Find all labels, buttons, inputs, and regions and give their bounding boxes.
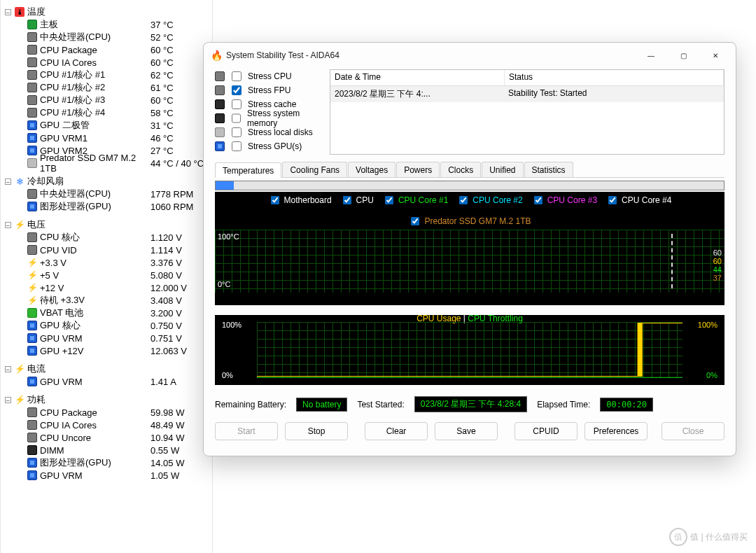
sensor-row[interactable]: VBAT 电池3.200 V: [2, 307, 212, 319]
stress-checkbox[interactable]: [232, 113, 241, 123]
stress-label: Stress local disks: [248, 127, 313, 137]
log-row[interactable]: 2023/8/2 星期三 下午 4:... Stability Test: St…: [330, 86, 724, 102]
sensor-row[interactable]: Predator SSD GM7 M.2 1TB44 °C / 40 °C: [2, 157, 212, 169]
status-row: Remaining Battery: No battery Test Start…: [215, 396, 724, 412]
stop-button[interactable]: Stop: [285, 422, 348, 440]
stress-checkbox[interactable]: [232, 127, 241, 137]
sensor-row[interactable]: GPU VRM1.05 W: [2, 469, 212, 482]
stress-options: Stress CPUStress FPUStress cacheStress s…: [215, 69, 320, 155]
temperature-chart: 100°C 0°C 60 60 44 37: [215, 230, 724, 293]
sensor-row[interactable]: +5 V5.080 V: [2, 269, 212, 281]
tab-cooling-fans[interactable]: Cooling Fans: [282, 162, 347, 177]
sensor-row[interactable]: CPU Package59.98 W: [2, 406, 212, 419]
tab-temperatures[interactable]: Temperatures: [215, 162, 281, 178]
sensor-row[interactable]: CPU Package60 °C: [2, 43, 212, 56]
close-button[interactable]: ✕: [699, 44, 732, 66]
sensor-row[interactable]: 图形处理器(GPU)1060 RPM: [2, 200, 212, 213]
progress-indicator: [215, 181, 724, 190]
stress-checkbox[interactable]: [232, 99, 241, 109]
sensor-value: 60 °C: [150, 95, 174, 106]
window-title: System Stability Test - AIDA64: [226, 50, 340, 60]
sensor-row[interactable]: +12 V12.000 V: [2, 281, 212, 294]
legend-core3[interactable]: CPU Core #3: [531, 194, 597, 206]
legend-core1[interactable]: CPU Core #1: [382, 194, 448, 206]
sensor-label: DIMM: [40, 445, 148, 456]
chip-icon: [27, 83, 37, 92]
stress-option[interactable]: Stress CPU: [215, 69, 320, 83]
sensor-row[interactable]: CPU Uncore10.94 W: [2, 431, 212, 444]
log-col-datetime[interactable]: Date & Time: [330, 70, 505, 85]
sensor-label: CPU #1/核心 #2: [40, 81, 148, 94]
legend-cpu[interactable]: CPU: [340, 194, 374, 206]
preferences-button[interactable]: Preferences: [584, 422, 648, 440]
sensor-row[interactable]: GPU VRM0.751 V: [2, 332, 212, 344]
stress-checkbox[interactable]: [232, 141, 241, 151]
sensor-row[interactable]: CPU IA Cores48.49 W: [2, 419, 212, 431]
start-button[interactable]: Start: [215, 422, 278, 440]
stress-icon: [215, 113, 225, 123]
gpu-icon: [27, 346, 37, 356]
sensor-row[interactable]: CPU #1/核心 #458 °C: [2, 106, 212, 119]
sensor-value: 27 °C: [150, 146, 174, 156]
tab-unified[interactable]: Unified: [482, 162, 523, 177]
stress-option[interactable]: Stress GPU(s): [215, 139, 320, 153]
legend-motherboard[interactable]: Motherboard: [268, 194, 332, 206]
sensor-row[interactable]: 图形处理器(GPU)14.05 W: [2, 456, 212, 469]
gpu-icon: [27, 470, 37, 480]
titlebar: 🔥 System Stability Test - AIDA64 — ▢ ✕: [204, 43, 736, 68]
sensor-value: 0.750 V: [150, 321, 182, 331]
sensor-row[interactable]: DIMM0.55 W: [2, 444, 212, 456]
clear-button[interactable]: Clear: [365, 422, 428, 440]
legend-core2[interactable]: CPU Core #2: [456, 194, 522, 206]
stress-checkbox[interactable]: [232, 71, 241, 81]
legend-core4[interactable]: CPU Core #4: [606, 194, 671, 206]
category-header[interactable]: 温度: [2, 6, 212, 18]
sensor-row[interactable]: CPU IA Cores60 °C: [2, 56, 212, 69]
log-col-status[interactable]: Status: [505, 70, 724, 85]
sensor-row[interactable]: CPU 核心1.120 V: [2, 231, 212, 244]
category-header[interactable]: 电压: [2, 218, 212, 231]
chip-icon: [27, 189, 37, 199]
aida64-icon: 🔥: [211, 50, 222, 61]
sensor-label: +5 V: [40, 270, 148, 281]
chip-icon: [27, 45, 37, 55]
category-temp: 温度主板37 °C中央处理器(CPU)52 °CCPU Package60 °C…: [2, 6, 212, 169]
sensor-row[interactable]: CPU VID1.114 V: [2, 244, 212, 256]
sensor-value: 60 °C: [150, 57, 174, 68]
category-header[interactable]: 电流: [2, 363, 212, 375]
sensor-value: 1.41 A: [150, 377, 176, 387]
sensor-row[interactable]: 中央处理器(CPU)52 °C: [2, 31, 212, 43]
tab-powers[interactable]: Powers: [396, 162, 440, 177]
sensor-row[interactable]: CPU #1/核心 #162 °C: [2, 69, 212, 81]
sensor-row[interactable]: GPU 二极管31 °C: [2, 119, 212, 132]
minimize-button[interactable]: —: [635, 44, 667, 66]
stress-label: Stress system memory: [247, 108, 320, 128]
sensor-row[interactable]: CPU #1/核心 #360 °C: [2, 94, 212, 106]
tab-clocks[interactable]: Clocks: [440, 162, 481, 177]
cpuid-button[interactable]: CPUID: [514, 422, 578, 440]
legend-ssd[interactable]: Predator SSD GM7 M.2 1TB: [219, 215, 720, 227]
sensor-row[interactable]: +3.3 V3.376 V: [2, 256, 212, 269]
tab-statistics[interactable]: Statistics: [524, 162, 573, 177]
sensor-row[interactable]: GPU 核心0.750 V: [2, 319, 212, 332]
gpu-icon: [27, 458, 37, 468]
stress-option[interactable]: Stress system memory: [215, 111, 320, 125]
stress-checkbox[interactable]: [232, 85, 241, 95]
sensor-row[interactable]: 中央处理器(CPU)1778 RPM: [2, 188, 212, 200]
sensor-row[interactable]: GPU VRM1.41 A: [2, 375, 212, 388]
category-header[interactable]: 功耗: [2, 393, 212, 406]
save-button[interactable]: Save: [435, 422, 498, 440]
maximize-button[interactable]: ▢: [667, 44, 699, 66]
sensor-label: CPU IA Cores: [40, 57, 148, 68]
category-header[interactable]: 冷却风扇: [2, 175, 212, 188]
sensor-row[interactable]: CPU #1/核心 #261 °C: [2, 81, 212, 94]
close-dialog-button[interactable]: Close: [662, 422, 724, 440]
sensor-row[interactable]: GPU VRM146 °C: [2, 132, 212, 144]
sensor-row[interactable]: 主板37 °C: [2, 18, 212, 31]
sensor-row[interactable]: GPU +12V12.063 V: [2, 344, 212, 357]
stress-option[interactable]: Stress local disks: [215, 125, 320, 139]
stress-option[interactable]: Stress FPU: [215, 83, 320, 97]
sensor-tree-pane: 温度主板37 °C中央处理器(CPU)52 °CCPU Package60 °C…: [0, 0, 213, 553]
sensor-row[interactable]: 待机 +3.3V3.408 V: [2, 294, 212, 307]
tab-voltages[interactable]: Voltages: [348, 162, 396, 177]
